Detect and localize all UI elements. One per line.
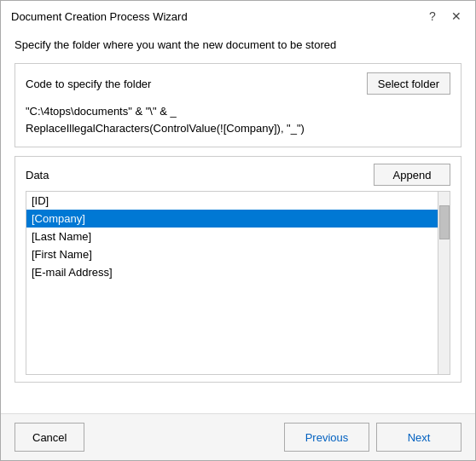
code-line-1: "C:\4tops\documents" & "\" & _ (26, 105, 177, 118)
append-button[interactable]: Append (374, 164, 450, 186)
dialog-title: Document Creation Process Wizard (11, 10, 188, 23)
title-bar: Document Creation Process Wizard ? ✕ (1, 1, 475, 30)
select-folder-button[interactable]: Select folder (367, 72, 450, 95)
dialog-body: Specify the folder where you want the ne… (1, 30, 475, 413)
folder-section-label: Code to specify the folder (26, 78, 151, 90)
title-bar-actions: ? ✕ (424, 8, 465, 25)
code-line-2: ReplaceIllegalCharacters(ControlValue(![… (26, 122, 305, 135)
next-button[interactable]: Next (376, 423, 461, 452)
data-section-label: Data (26, 169, 49, 182)
dialog-footer: Cancel Previous Next (1, 413, 475, 460)
cancel-button[interactable]: Cancel (15, 423, 84, 452)
folder-section-header: Code to specify the folder Select folder (26, 72, 450, 95)
list-item[interactable]: [Last Name] (26, 228, 438, 245)
list-scrollbar[interactable] (438, 192, 450, 374)
footer-right: Previous Next (284, 423, 461, 452)
data-section: Data Append [ID] [Company] [Last Name] [… (15, 156, 461, 383)
spacer (15, 391, 461, 405)
scrollbar-thumb (439, 205, 450, 239)
folder-section: Code to specify the folder Select folder… (15, 63, 461, 147)
list-item-selected[interactable]: [Company] (26, 210, 438, 228)
data-list-container: [ID] [Company] [Last Name] [First Name] … (26, 191, 450, 375)
list-item[interactable]: [ID] (26, 192, 438, 210)
data-list: [ID] [Company] [Last Name] [First Name] … (26, 192, 438, 374)
list-item[interactable]: [E-mail Address] (26, 263, 438, 281)
dialog-window: Document Creation Process Wizard ? ✕ Spe… (0, 0, 476, 461)
footer-left: Cancel (15, 423, 84, 452)
help-button[interactable]: ? (424, 8, 441, 25)
subtitle-text: Specify the folder where you want the ne… (15, 38, 461, 51)
data-section-header: Data Append (26, 164, 450, 186)
list-item[interactable]: [First Name] (26, 245, 438, 263)
folder-code-display: "C:\4tops\documents" & "\" & _ ReplaceIl… (26, 101, 450, 138)
close-button[interactable]: ✕ (448, 8, 465, 25)
previous-button[interactable]: Previous (284, 423, 369, 452)
